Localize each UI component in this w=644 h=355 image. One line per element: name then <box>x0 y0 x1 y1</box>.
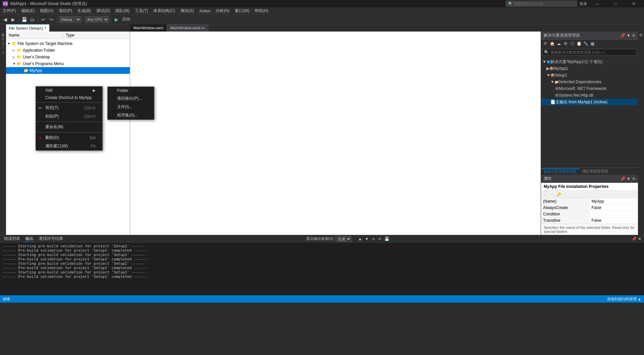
tree-root[interactable]: ▼ 📁 File System on Target Machine <box>6 40 130 47</box>
toolbar-back[interactable]: ◀ <box>1 16 9 23</box>
status-right[interactable]: 添加到源代码管理 ▲ <box>607 297 641 302</box>
ctx-properties[interactable]: 属性窗口(W) F4 <box>36 142 102 150</box>
sol-btn-2[interactable]: 🏠 <box>549 41 555 47</box>
tab-mainwindow-cs[interactable]: MainWindow.xaml.cs <box>167 24 209 32</box>
output-btn-up[interactable]: ▲ <box>357 236 363 242</box>
props-close-icon[interactable]: ✕ <box>632 176 635 181</box>
toolbar-forward[interactable]: ▶ <box>9 16 17 23</box>
sol-setup1[interactable]: ▼ 📦 Setup1 <box>541 72 638 79</box>
output-btn-down[interactable]: ▼ <box>364 236 370 242</box>
sol-detected-deps[interactable]: ▼ 📁 Detected Dependencies <box>541 79 638 85</box>
output-close-icon[interactable]: ✕ <box>638 237 641 241</box>
props-val-transitive[interactable]: False <box>590 217 638 224</box>
menu-file[interactable]: 文件(F) <box>0 7 18 14</box>
solution-search-input[interactable] <box>550 50 635 54</box>
menu-build[interactable]: 生成(B) <box>75 7 94 14</box>
tab-solution-explorer[interactable]: 解决方案资源管理器 <box>541 168 580 174</box>
tree-programs-menu[interactable]: ▼ 📂 User's Programs Menu <box>6 60 130 67</box>
sol-myapp1[interactable]: ▶ 📦 MyApp1 <box>541 65 638 72</box>
sol-btn-3[interactable]: ☁ <box>556 41 562 47</box>
props-pin-icon[interactable]: 📌 <box>620 176 625 181</box>
submenu-projoutput[interactable]: 项目输出(P)... <box>108 94 154 103</box>
props-val-name[interactable]: MyApp <box>590 198 638 205</box>
output-btn-save[interactable]: 💾 <box>384 236 390 242</box>
sol-primary-output[interactable]: 📄 主输出 from MyApp1 (Active) <box>541 99 638 105</box>
ctx-paste[interactable]: 粘贴(P) Ctrl+V <box>36 112 102 120</box>
menu-action[interactable]: Action <box>197 7 213 14</box>
sol-system-http[interactable]: ⚙ System.Net.Http.dll <box>541 92 638 99</box>
ctx-create-shortcut[interactable]: Create Shortcut to MyApp <box>36 94 102 101</box>
toolbar-save[interactable]: 💾 <box>20 16 28 23</box>
menu-test[interactable]: 测试(S) <box>178 7 197 14</box>
submenu-folder[interactable]: Folder <box>108 87 154 94</box>
menu-help[interactable]: 帮助(H) <box>252 7 271 14</box>
pin-icon[interactable]: 📌 <box>620 33 625 38</box>
minimize-button[interactable]: — <box>590 0 605 7</box>
output-btn-wrap[interactable]: ↵ <box>377 236 383 242</box>
menu-project[interactable]: 项目(P) <box>56 7 75 14</box>
side-icon-1[interactable]: ▦ <box>1 33 4 37</box>
platform-select[interactable]: Any CPU x86 x64 <box>85 16 109 23</box>
side-icon-5[interactable]: ⧆ <box>2 50 4 54</box>
tab-filesystem[interactable]: File System (Setup1) × <box>6 24 49 32</box>
submenu-file[interactable]: 文件(I)... <box>108 103 154 111</box>
tree-appfolder[interactable]: ▷ 📁 Application Folder <box>6 47 130 54</box>
ctx-add[interactable]: Add <box>36 87 102 94</box>
debug-mode-select[interactable]: Debug Release <box>59 16 81 23</box>
tab-filesystem-close[interactable]: × <box>45 26 47 30</box>
side-icon-4[interactable]: ⬡ <box>1 46 4 50</box>
side-icon-3[interactable]: ⊡ <box>2 42 4 45</box>
ctx-delete[interactable]: ✕ 删除(D) Del <box>36 134 102 142</box>
login-button[interactable]: 登录 <box>580 1 587 6</box>
props-dropdown-icon[interactable]: ▼ <box>627 176 631 181</box>
toolbar-saveall[interactable]: 🗂 <box>29 16 36 23</box>
close-button[interactable]: ✕ <box>626 0 641 7</box>
props-btn-2[interactable]: ⊟ <box>549 191 555 197</box>
tab-team-explorer[interactable]: 团队资源管理器 <box>580 169 611 174</box>
ctx-cut-shortcut: Ctrl+X <box>84 106 96 110</box>
tree-desktop[interactable]: ▷ 📁 User's Desktop <box>6 54 130 60</box>
ctx-cut[interactable]: ✂ 剪切(T) Ctrl+X <box>36 104 102 112</box>
output-pin-icon[interactable]: 📌 <box>632 237 637 241</box>
sol-btn-6[interactable]: 📋 <box>576 41 582 47</box>
menu-team[interactable]: 团队(M) <box>113 7 132 14</box>
sol-btn-7[interactable]: 🔧 <box>583 41 589 47</box>
maximize-button[interactable]: □ <box>608 0 623 7</box>
sol-dotnet-framework[interactable]: ⚙ Microsoft .NET Framework <box>541 85 638 92</box>
side-tab-1[interactable]: ▦ <box>639 33 643 37</box>
props-val-condition[interactable] <box>590 211 638 217</box>
sol-root[interactable]: ▼ 🔷 解决方案'WpfApp1'(2 个项目) <box>541 58 638 65</box>
toolbar-redo[interactable]: ↪ <box>48 16 55 23</box>
menu-view[interactable]: 视图(V) <box>37 7 56 14</box>
toolbar-undo[interactable]: ↩ <box>40 16 47 23</box>
sol-btn-8[interactable]: ▦ <box>589 41 595 47</box>
close-panel-icon[interactable]: ✕ <box>632 33 635 38</box>
menu-debug[interactable]: 调试(D) <box>94 7 113 14</box>
sol-btn-1[interactable]: ⟳ <box>542 41 548 47</box>
output-source-select[interactable]: 生成 调试 <box>335 236 352 242</box>
dropdown-icon[interactable]: ▼ <box>627 33 631 38</box>
props-btn-1[interactable]: ⊞ <box>542 191 548 197</box>
quick-launch-input[interactable] <box>514 2 575 6</box>
menu-window[interactable]: 窗口(W) <box>232 7 252 14</box>
tab-errors[interactable]: 错误列表 <box>3 236 21 242</box>
menu-analyze[interactable]: 分析(N) <box>213 7 232 14</box>
submenu-assembly[interactable]: 程序集(A)... <box>108 111 154 119</box>
ctx-sep2 <box>36 121 102 122</box>
ctx-rename[interactable]: 重命名(M) <box>36 123 102 131</box>
output-btn-clear[interactable]: ≡ <box>370 236 376 242</box>
menu-tools[interactable]: 工具(T) <box>132 7 151 14</box>
toolbar-play[interactable]: ▶ <box>113 16 120 23</box>
sol-btn-5[interactable]: ⬡ <box>569 41 575 47</box>
menu-arch[interactable]: 体系结构(C) <box>151 7 178 14</box>
tab-output[interactable]: 输出 <box>24 236 35 242</box>
menu-edit[interactable]: 编辑(E) <box>18 7 37 14</box>
side-icon-2[interactable]: ☰ <box>1 37 4 41</box>
tab-mainwindow-xaml[interactable]: MainWindow.xaml <box>130 24 167 32</box>
tree-myapp[interactable]: 📁 MyApp <box>6 67 130 74</box>
show-output-from-label: 显示输出来源(S): <box>306 236 334 241</box>
sol-btn-4[interactable]: ⚙ <box>562 41 569 47</box>
props-btn-3[interactable]: 🔑 <box>556 191 562 197</box>
props-val-alwayscreate[interactable]: False <box>590 205 638 211</box>
tab-find[interactable]: 查找符号结果 <box>38 236 64 242</box>
